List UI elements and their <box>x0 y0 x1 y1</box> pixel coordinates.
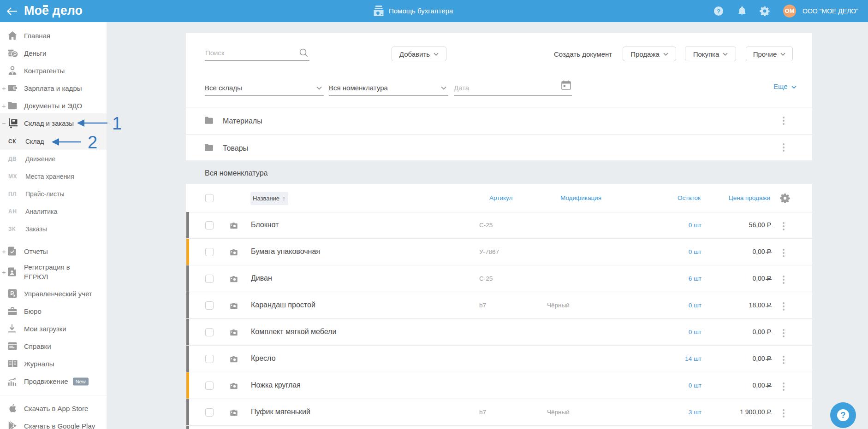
svg-text:?: ? <box>717 8 720 15</box>
